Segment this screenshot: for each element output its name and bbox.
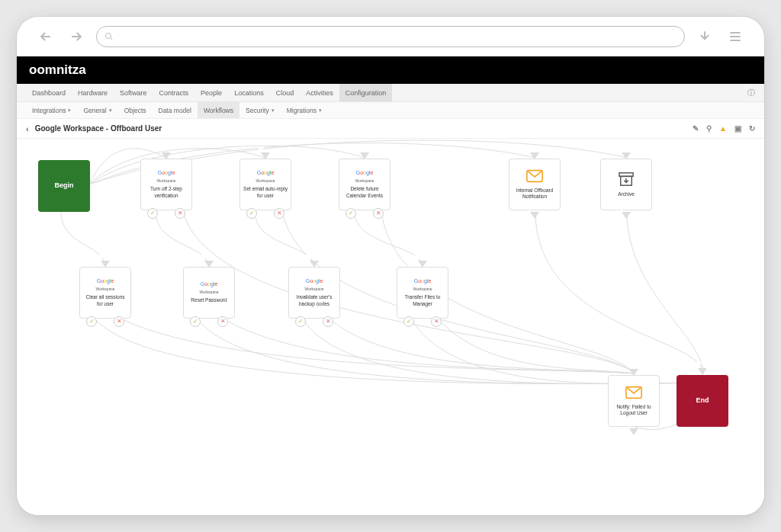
- port-in: [101, 261, 110, 268]
- port-in: [360, 152, 369, 159]
- subtab-security[interactable]: Security▾: [239, 102, 281, 118]
- port-success[interactable]: ✓: [246, 208, 257, 219]
- workflow-canvas[interactable]: Begin Google Workspace Turn off 2-step v…: [17, 139, 764, 515]
- primary-nav: Dashboard Hardware Software Contracts Pe…: [17, 84, 764, 102]
- google-logo-icon: Google: [306, 278, 323, 285]
- port-success[interactable]: ✓: [295, 316, 306, 327]
- chevron-down-icon: ▾: [319, 107, 322, 114]
- tab-activities[interactable]: Activities: [300, 84, 339, 101]
- google-logo-icon: Google: [414, 278, 432, 285]
- app-header: oomnitza: [17, 56, 764, 84]
- port-in: [622, 152, 631, 159]
- port-fail[interactable]: ✕: [175, 208, 185, 219]
- port-fail[interactable]: ✕: [274, 208, 284, 219]
- port-in: [530, 152, 539, 159]
- port-success[interactable]: ✓: [346, 208, 356, 219]
- subtab-migrations[interactable]: Migrations▾: [281, 102, 328, 118]
- node-archive[interactable]: Archive: [600, 159, 652, 210]
- port-success[interactable]: ✓: [86, 316, 97, 327]
- subtab-objects[interactable]: Objects: [118, 102, 153, 118]
- tab-contracts[interactable]: Contracts: [153, 84, 195, 101]
- port-in: [418, 261, 427, 268]
- browser-forward-button[interactable]: [66, 26, 87, 47]
- back-button[interactable]: ‹: [26, 124, 29, 133]
- subtab-general[interactable]: General▾: [77, 102, 117, 118]
- port-out[interactable]: [530, 212, 539, 219]
- google-logo-icon: Google: [257, 170, 275, 177]
- edit-icon[interactable]: ✎: [693, 124, 699, 133]
- port-fail[interactable]: ✕: [114, 316, 124, 327]
- device-frame: oomnitza Dashboard Hardware Software Con…: [17, 17, 764, 515]
- node-internal-offboard[interactable]: Internal Offboard Notification: [509, 159, 561, 210]
- node-delete-calendar[interactable]: Google Workspace Delete future Calendar …: [339, 159, 390, 210]
- browser-bar: [17, 17, 764, 56]
- subtab-data-model[interactable]: Data model: [153, 102, 198, 118]
- browser-address-bar[interactable]: [96, 26, 685, 47]
- port-success[interactable]: ✓: [190, 316, 201, 327]
- tab-people[interactable]: People: [194, 84, 228, 101]
- hamburger-menu-icon[interactable]: [725, 26, 746, 47]
- chevron-down-icon: ▾: [272, 107, 275, 114]
- tab-dashboard[interactable]: Dashboard: [26, 84, 72, 101]
- port-fail[interactable]: ✕: [431, 316, 442, 327]
- workflow-title-bar: ‹ Google Workspace - Offboard User ✎ ⚲ ▲…: [17, 119, 764, 139]
- port-out[interactable]: [622, 212, 631, 219]
- workflow-edges: [17, 139, 764, 515]
- tab-hardware[interactable]: Hardware: [72, 84, 114, 101]
- port-in: [204, 261, 214, 268]
- port-in: [261, 152, 270, 159]
- google-logo-icon: Google: [158, 170, 175, 177]
- port-success[interactable]: ✓: [403, 316, 414, 327]
- port-out[interactable]: [629, 428, 638, 435]
- google-logo-icon: Google: [201, 281, 218, 288]
- tab-configuration[interactable]: Configuration: [339, 84, 393, 101]
- node-end[interactable]: End: [677, 375, 728, 427]
- node-invalidate-backup[interactable]: Google Workspace Invalidate user's backu…: [288, 267, 340, 319]
- browser-back-button[interactable]: [35, 26, 56, 47]
- app-logo: oomnitza: [29, 62, 86, 78]
- warning-icon[interactable]: ▲: [719, 124, 727, 133]
- port-fail[interactable]: ✕: [217, 316, 228, 327]
- port-in: [698, 368, 707, 375]
- node-turn-off-2step[interactable]: Google Workspace Turn off 2-step verific…: [140, 159, 192, 210]
- port-in: [310, 261, 319, 268]
- page-title: Google Workspace - Offboard User: [35, 124, 162, 133]
- chevron-down-icon: ▾: [109, 107, 112, 114]
- svg-point-0: [106, 34, 111, 39]
- port-fail[interactable]: ✕: [373, 208, 384, 219]
- node-label: Begin: [54, 181, 73, 190]
- google-logo-icon: Google: [356, 170, 374, 177]
- node-label: End: [696, 396, 709, 405]
- panel-toggle-icon[interactable]: ▣: [734, 124, 741, 133]
- archive-icon: [618, 171, 635, 188]
- title-actions: ✎ ⚲ ▲ ▣ ↻: [693, 124, 755, 133]
- node-transfer-files[interactable]: Google Workspace Transfer Files to Manag…: [397, 267, 448, 319]
- port-fail[interactable]: ✕: [323, 316, 333, 327]
- mail-icon: [625, 386, 642, 401]
- node-begin[interactable]: Begin: [38, 160, 90, 212]
- node-set-autoreply[interactable]: Google Workspace Set email auto-reply fo…: [239, 159, 291, 210]
- port-in: [162, 152, 171, 159]
- google-logo-icon: Google: [97, 278, 114, 285]
- download-icon[interactable]: [694, 26, 715, 47]
- subtab-integrations[interactable]: Integrations▾: [26, 102, 77, 118]
- chevron-down-icon: ▾: [68, 107, 71, 114]
- mail-icon: [526, 169, 543, 184]
- search-icon: [104, 32, 114, 41]
- link-icon[interactable]: ⚲: [706, 124, 712, 133]
- secondary-nav: Integrations▾ General▾ Objects Data mode…: [17, 102, 764, 119]
- port-success[interactable]: ✓: [147, 208, 158, 219]
- port-in: [629, 369, 638, 376]
- help-icon[interactable]: ⓘ: [747, 88, 755, 98]
- subtab-workflows[interactable]: Workflows: [198, 102, 239, 118]
- node-clear-sessions[interactable]: Google Workspace Clear all sessions for …: [79, 267, 131, 319]
- history-icon[interactable]: ↻: [749, 124, 755, 133]
- tab-cloud[interactable]: Cloud: [270, 84, 301, 101]
- node-notify-failed[interactable]: Notify: Failed to Logout User: [608, 375, 660, 427]
- node-reset-password[interactable]: Google Workspace Reset Password ✓✕: [183, 267, 235, 319]
- tab-software[interactable]: Software: [114, 84, 153, 101]
- tab-locations[interactable]: Locations: [228, 84, 270, 101]
